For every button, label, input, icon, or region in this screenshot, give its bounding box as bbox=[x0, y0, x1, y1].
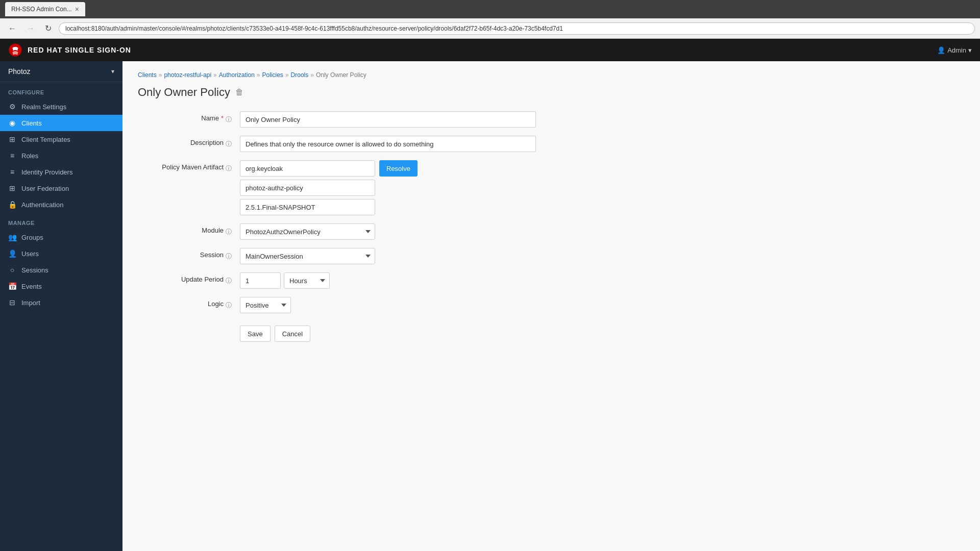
breadcrumb-sep-4: » bbox=[285, 71, 289, 79]
maven-artifact-label: Policy Maven Artifact ⓘ bbox=[138, 160, 240, 173]
client-templates-icon: ⊞ bbox=[8, 135, 16, 143]
cancel-button[interactable]: Cancel bbox=[275, 325, 310, 342]
description-group: Description ⓘ bbox=[138, 136, 965, 152]
delete-icon[interactable]: 🗑 bbox=[235, 88, 243, 97]
maven-artifact-inputs: Resolve bbox=[240, 160, 418, 215]
configure-section-label: Configure bbox=[0, 82, 122, 98]
update-period-value-input[interactable] bbox=[240, 272, 281, 289]
name-info-icon[interactable]: ⓘ bbox=[226, 115, 232, 124]
tab-title: RH-SSO Admin Con... bbox=[11, 6, 72, 13]
events-icon: 📅 bbox=[8, 282, 16, 290]
brand-text: RED HAT SINGLE SIGN-ON bbox=[28, 46, 131, 54]
user-chevron: ▾ bbox=[968, 46, 972, 54]
maven-artifact-id-input[interactable] bbox=[240, 180, 375, 196]
tab-close-button[interactable]: × bbox=[75, 5, 79, 13]
sidebar-item-users[interactable]: 👤 Users bbox=[0, 245, 122, 262]
browser-nav: ← → ↻ bbox=[0, 18, 980, 39]
browser-tab[interactable]: RH-SSO Admin Con... × bbox=[5, 2, 85, 16]
breadcrumb-drools[interactable]: Drools bbox=[291, 71, 309, 79]
module-select[interactable]: PhotozAuthzOwnerPolicy bbox=[240, 223, 375, 240]
breadcrumb-current: Only Owner Policy bbox=[316, 71, 366, 79]
maven-row-3 bbox=[240, 199, 418, 215]
session-group: Session ⓘ MainOwnerSession bbox=[138, 248, 965, 264]
save-button[interactable]: Save bbox=[240, 325, 271, 342]
session-info-icon[interactable]: ⓘ bbox=[226, 252, 232, 261]
name-required: * bbox=[221, 114, 224, 122]
maven-group-id-input[interactable] bbox=[240, 160, 375, 177]
breadcrumb-sep-5: » bbox=[310, 71, 314, 79]
sidebar-item-import[interactable]: ⊟ Import bbox=[0, 294, 122, 311]
refresh-button[interactable]: ↻ bbox=[42, 22, 55, 34]
sidebar-item-roles[interactable]: ≡ Roles bbox=[0, 147, 122, 164]
policy-form: Name * ⓘ Description ⓘ bbox=[138, 111, 965, 342]
sidebar-item-clients[interactable]: ◉ Clients bbox=[0, 115, 122, 131]
user-federation-icon: ⊞ bbox=[8, 184, 16, 192]
breadcrumb-authorization[interactable]: Authorization bbox=[219, 71, 255, 79]
sidebar-item-label: Authentication bbox=[21, 201, 63, 209]
sidebar-item-sessions[interactable]: ○ Sessions bbox=[0, 262, 122, 278]
sidebar-item-groups[interactable]: 👥 Groups bbox=[0, 229, 122, 245]
module-info-icon[interactable]: ⓘ bbox=[226, 228, 232, 236]
sidebar-item-label: Users bbox=[21, 250, 39, 258]
resolve-button[interactable]: Resolve bbox=[379, 160, 418, 177]
sidebar-item-client-templates[interactable]: ⊞ Client Templates bbox=[0, 131, 122, 147]
maven-version-input[interactable] bbox=[240, 199, 375, 215]
sidebar-item-label: Sessions bbox=[21, 266, 48, 274]
update-period-label: Update Period ⓘ bbox=[138, 272, 240, 285]
session-select[interactable]: MainOwnerSession bbox=[240, 248, 375, 264]
page-title-text: Only Owner Policy bbox=[138, 86, 230, 99]
update-period-unit-select[interactable]: Seconds Minutes Hours Days bbox=[284, 272, 330, 289]
back-button[interactable]: ← bbox=[5, 23, 19, 34]
sidebar-item-label: Roles bbox=[21, 152, 38, 160]
logic-label: Logic ⓘ bbox=[138, 297, 240, 310]
sidebar-item-label: Clients bbox=[21, 119, 42, 127]
realm-chevron-icon: ▾ bbox=[111, 68, 114, 75]
logic-select[interactable]: Positive Negative bbox=[240, 297, 291, 313]
maven-info-icon[interactable]: ⓘ bbox=[226, 164, 232, 173]
forward-button[interactable]: → bbox=[23, 23, 38, 34]
brand: RED HAT SINGLE SIGN-ON bbox=[8, 43, 131, 57]
breadcrumb-policies[interactable]: Policies bbox=[262, 71, 283, 79]
breadcrumb-sep-1: » bbox=[159, 71, 162, 79]
breadcrumb-photoz[interactable]: photoz-restful-api bbox=[164, 71, 211, 79]
main-area: Photoz ▾ Configure ⚙ Realm Settings ◉ Cl… bbox=[0, 61, 980, 551]
logic-info-icon[interactable]: ⓘ bbox=[226, 301, 232, 310]
sidebar-item-user-federation[interactable]: ⊞ User Federation bbox=[0, 180, 122, 196]
logic-group: Logic ⓘ Positive Negative bbox=[138, 297, 965, 313]
user-icon: 👤 bbox=[937, 46, 945, 54]
form-actions: Save Cancel bbox=[240, 325, 965, 342]
description-input[interactable] bbox=[240, 136, 536, 152]
import-icon: ⊟ bbox=[8, 298, 16, 307]
address-bar[interactable] bbox=[59, 22, 975, 35]
content-inner: Clients » photoz-restful-api » Authoriza… bbox=[122, 61, 980, 352]
sidebar-item-label: Client Templates bbox=[21, 136, 70, 143]
roles-icon: ≡ bbox=[8, 152, 16, 160]
app: RED HAT SINGLE SIGN-ON 👤 Admin ▾ Photoz … bbox=[0, 39, 980, 551]
sidebar-item-authentication[interactable]: 🔒 Authentication bbox=[0, 196, 122, 213]
maven-artifact-group: Policy Maven Artifact ⓘ Resolve bbox=[138, 160, 965, 215]
sidebar-item-realm-settings[interactable]: ⚙ Realm Settings bbox=[0, 98, 122, 115]
sidebar-item-label: Events bbox=[21, 283, 42, 290]
top-nav: RED HAT SINGLE SIGN-ON 👤 Admin ▾ bbox=[0, 39, 980, 61]
sidebar-item-label: Groups bbox=[21, 234, 43, 241]
sidebar-item-events[interactable]: 📅 Events bbox=[0, 278, 122, 294]
sidebar-item-label: Realm Settings bbox=[21, 103, 66, 111]
users-icon: 👤 bbox=[8, 249, 16, 258]
breadcrumb-sep-3: » bbox=[257, 71, 260, 79]
breadcrumb-clients[interactable]: Clients bbox=[138, 71, 157, 79]
sidebar-item-identity-providers[interactable]: ≡ Identity Providers bbox=[0, 164, 122, 180]
maven-row-1: Resolve bbox=[240, 160, 418, 177]
realm-selector[interactable]: Photoz ▾ bbox=[0, 61, 122, 82]
manage-section-label: Manage bbox=[0, 213, 122, 229]
description-info-icon[interactable]: ⓘ bbox=[226, 140, 232, 148]
session-label: Session ⓘ bbox=[138, 248, 240, 261]
sidebar-item-label: Identity Providers bbox=[21, 168, 72, 176]
breadcrumb-sep-2: » bbox=[213, 71, 217, 79]
name-input[interactable] bbox=[240, 111, 536, 128]
name-label: Name * ⓘ bbox=[138, 111, 240, 124]
update-period-info-icon[interactable]: ⓘ bbox=[226, 277, 232, 285]
maven-row-2 bbox=[240, 180, 418, 196]
module-group: Module ⓘ PhotozAuthzOwnerPolicy bbox=[138, 223, 965, 240]
sidebar: Photoz ▾ Configure ⚙ Realm Settings ◉ Cl… bbox=[0, 61, 122, 551]
sessions-icon: ○ bbox=[8, 266, 16, 274]
